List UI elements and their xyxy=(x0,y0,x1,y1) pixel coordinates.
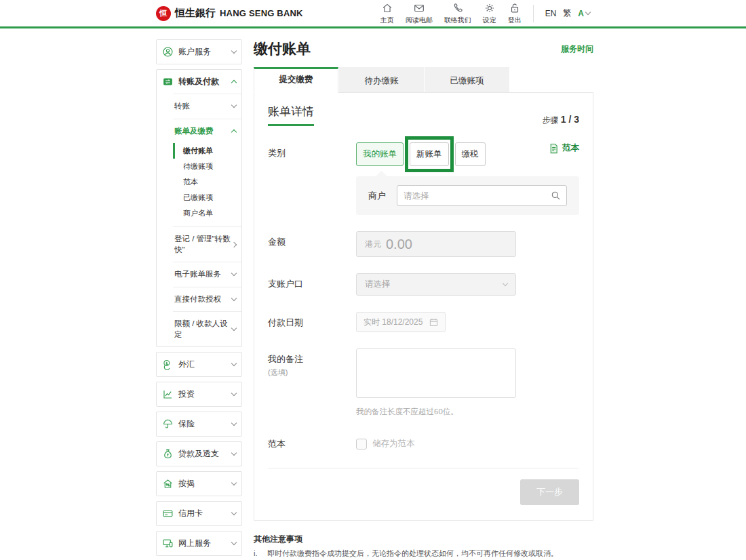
category-label: 类别 xyxy=(268,142,356,215)
save-template-checkbox xyxy=(356,439,367,449)
chevron-down-icon xyxy=(231,450,237,456)
gear-icon xyxy=(484,2,496,14)
debit-account-label: 支账户口 xyxy=(268,273,356,296)
chevron-up-icon xyxy=(231,80,237,85)
tab-bar: 提交缴费 待办缴账 已缴账项 xyxy=(254,67,593,92)
sidebar-item-label: 信用卡 xyxy=(178,508,227,519)
sidebar-subitem-limits[interactable]: 限额 / 收款人设定 xyxy=(173,311,241,346)
phone-icon xyxy=(452,2,464,14)
sidebar-subitem-ebill[interactable]: 电子账单服务 xyxy=(173,262,241,287)
chevron-down-icon xyxy=(503,281,508,286)
chevron-down-icon xyxy=(231,420,237,426)
chevron-down-icon xyxy=(231,510,237,515)
sidebar-subitem-label: 直接付款授权 xyxy=(174,294,232,305)
chevron-up-icon xyxy=(231,129,237,135)
amount-value: 0.00 xyxy=(386,237,412,252)
hang-seng-logo[interactable]: 恒 恒生銀行 HANG SENG BANK xyxy=(156,6,303,21)
sidebar-leaf-merchant-list[interactable]: 商户名单 xyxy=(173,205,241,221)
transfer-icon xyxy=(162,76,174,87)
sidebar-subitem-label: 登记 / 管理"转数快" xyxy=(174,234,232,255)
remark-textarea[interactable] xyxy=(356,348,516,398)
top-navigation: 主页 阅读电邮 联络我们 设定 登出 EN 繁 xyxy=(380,2,590,25)
other-notes: 其他注意事项 i. 即时付款缴费指令成功提交后，无论指令的处理状态如何，均不可再… xyxy=(254,533,593,560)
sidebar-leaf-templates[interactable]: 范本 xyxy=(173,174,241,190)
sidebar-subitem-transfer[interactable]: 转账 xyxy=(173,94,241,119)
remark-hint: 我的备注长度不应超过60位。 xyxy=(356,407,579,417)
bank-logo-icon: 恒 xyxy=(156,6,171,21)
amount-field: 港元 0.00 xyxy=(356,231,516,257)
chart-icon xyxy=(162,388,174,400)
tab-pending-payments[interactable]: 待办缴账 xyxy=(339,67,424,92)
step-label: 步骤 xyxy=(542,115,558,125)
chevron-down-icon xyxy=(231,325,237,331)
chevron-down-icon xyxy=(231,361,237,366)
amount-label: 金额 xyxy=(268,231,356,257)
sidebar-subitem-bills-payments[interactable]: 账单及缴费 xyxy=(173,119,241,144)
devices-icon xyxy=(162,538,174,549)
currency-label: 港元 xyxy=(365,239,381,250)
logout-lock-icon xyxy=(509,2,521,14)
sidebar-leaf-paid-bills[interactable]: 已缴账项 xyxy=(173,190,241,205)
category-new-bill-button[interactable]: 新账单 xyxy=(410,142,449,166)
sidebar-item-label: 转账及付款 xyxy=(178,77,227,87)
section-title: 账单详情 xyxy=(268,104,314,126)
nav-logout[interactable]: 登出 xyxy=(508,2,522,25)
category-new-bill-label: 新账单 xyxy=(416,149,442,159)
top-bar: 恒 恒生銀行 HANG SENG BANK 主页 阅读电邮 联络我们 设定 xyxy=(0,0,746,28)
sidebar-item-fx[interactable]: 外汇 xyxy=(157,353,241,376)
nav-settings[interactable]: 设定 xyxy=(483,2,496,25)
sidebar-item-label: 投资 xyxy=(178,389,227,399)
tab-paid-items[interactable]: 已缴账项 xyxy=(425,67,509,92)
sidebar-leaf-pending-bills[interactable]: 待缴账项 xyxy=(173,159,241,174)
bank-name-english: HANG SENG BANK xyxy=(220,8,303,18)
chevron-down-icon xyxy=(231,391,237,396)
notes-heading: 其他注意事项 xyxy=(254,533,593,546)
template-row-label: 范本 xyxy=(268,433,356,450)
note-marker: i. xyxy=(254,548,264,559)
chevron-down-icon xyxy=(231,48,237,54)
category-my-bills-button[interactable]: 我的账单 xyxy=(356,142,404,166)
merchant-panel: 商户 xyxy=(356,176,579,215)
sidebar-item-loans[interactable]: 贷款及透支 xyxy=(157,442,241,466)
house-percent-icon xyxy=(162,478,174,489)
template-shortcut-link[interactable]: 范本 xyxy=(549,142,579,154)
category-tax-button[interactable]: 缴税 xyxy=(455,142,486,166)
chevron-down-icon xyxy=(585,9,591,15)
nav-contact[interactable]: 联络我们 xyxy=(444,2,471,25)
sidebar-item-account-services[interactable]: 账户服务 xyxy=(157,40,241,64)
sidebar-subitem-label: 转账 xyxy=(174,101,232,112)
sidebar-item-label: 保险 xyxy=(178,419,227,429)
mail-icon xyxy=(413,2,425,14)
sidebar-subitem-direct-debit[interactable]: 直接付款授权 xyxy=(173,287,241,312)
sidebar-item-online-services[interactable]: 网上服务 xyxy=(157,532,241,555)
category-segmented-control: 我的账单 新账单 缴税 xyxy=(356,142,486,166)
nav-home[interactable]: 主页 xyxy=(380,2,394,25)
bill-details-card: 账单详情 步骤 1 / 3 类别 我的账单 新账单 xyxy=(254,92,593,521)
merchant-search-input[interactable] xyxy=(404,191,551,201)
sidebar-item-label: 网上服务 xyxy=(178,538,227,548)
sidebar-item-label: 外汇 xyxy=(178,359,227,369)
debit-account-placeholder: 请选择 xyxy=(365,279,391,290)
sidebar-item-investments[interactable]: 投资 xyxy=(157,382,241,406)
document-icon xyxy=(549,143,559,154)
sidebar-item-insurance[interactable]: 保险 xyxy=(157,412,241,436)
language-english-button[interactable]: EN xyxy=(545,9,557,18)
service-hours-link[interactable]: 服务时间 xyxy=(561,43,593,55)
debit-account-select: 请选择 xyxy=(356,273,516,296)
note-text: 即时付款缴费指令成功提交后，无论指令的处理状态如何，均不可再作任何修改或取消。 xyxy=(267,548,593,559)
sidebar-item-credit-card[interactable]: 信用卡 xyxy=(157,502,241,525)
sidebar-item-transfers-payments[interactable]: 转账及付款 xyxy=(157,70,241,94)
payment-date-value: 实时 18/12/2025 xyxy=(364,317,423,328)
step-indicator: 步骤 1 / 3 xyxy=(542,114,579,126)
chevron-down-icon xyxy=(231,102,237,108)
nav-mail[interactable]: 阅读电邮 xyxy=(406,2,433,25)
nav-logout-label: 登出 xyxy=(508,16,522,25)
template-link-label: 范本 xyxy=(562,142,579,154)
language-traditional-button[interactable]: 繁 xyxy=(563,7,571,19)
sidebar-subitem-fps[interactable]: 登记 / 管理"转数快" xyxy=(173,226,241,262)
next-step-button[interactable]: 下一步 xyxy=(520,479,579,505)
font-size-selector[interactable]: A xyxy=(578,9,590,18)
sidebar-item-mortgage[interactable]: 按揭 xyxy=(157,472,241,496)
tab-submit-payment[interactable]: 提交缴费 xyxy=(254,67,338,93)
sidebar-leaf-pay-bill[interactable]: 缴付账单 xyxy=(173,143,241,159)
